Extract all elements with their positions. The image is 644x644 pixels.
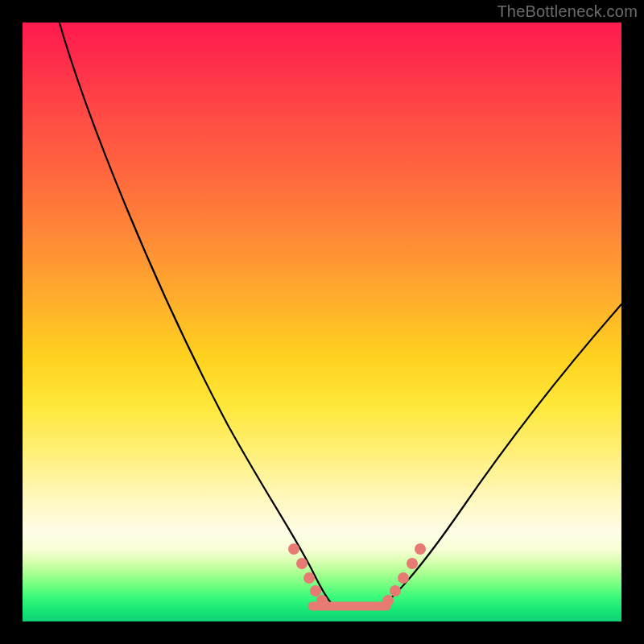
dot-left-3 [303, 572, 315, 584]
dot-left-5 [316, 595, 328, 606]
right-curve [385, 304, 621, 604]
watermark-text: TheBottleneck.com [497, 2, 638, 21]
dot-right-2 [390, 585, 401, 597]
dot-right-5 [415, 543, 426, 555]
dot-right-4 [407, 558, 418, 569]
dot-left-2 [296, 558, 308, 569]
curve-layer [23, 23, 621, 621]
dot-left-1 [288, 543, 299, 555]
plot-area [23, 23, 621, 621]
dot-left-4 [310, 585, 321, 597]
outer-frame: TheBottleneck.com [0, 0, 644, 644]
dot-right-1 [382, 595, 394, 606]
left-curve [58, 18, 332, 604]
dot-right-3 [398, 572, 409, 584]
